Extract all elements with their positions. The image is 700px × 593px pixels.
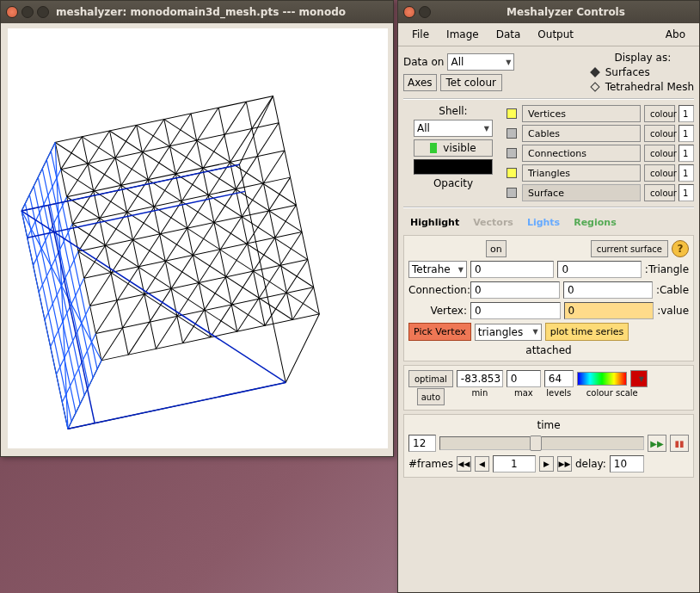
time-input[interactable]: 12	[408, 435, 436, 452]
swatch-icon	[507, 188, 517, 198]
pause-icon[interactable]: ▮▮	[670, 435, 689, 452]
triangle-label: :Triangle	[645, 263, 689, 275]
svg-line-24	[78, 228, 211, 361]
triangles-value-input[interactable]: 1	[679, 164, 694, 182]
svg-line-54	[44, 306, 102, 374]
menu-about[interactable]: Abo	[657, 26, 694, 43]
triangles-toggle[interactable]: Triangles	[522, 164, 641, 182]
frames-first-icon[interactable]: ◀◀	[457, 456, 471, 472]
diamond-icon	[590, 82, 599, 91]
display-surfaces[interactable]: Surfaces	[592, 66, 650, 78]
cables-toggle[interactable]: Cables	[522, 125, 641, 142]
menu-file[interactable]: File	[403, 26, 438, 43]
value-label: :value	[657, 305, 689, 317]
cable-input[interactable]: 0	[563, 281, 653, 299]
highlight-on-toggle[interactable]: on	[486, 240, 507, 257]
axes-toggle[interactable]: Axes	[403, 74, 437, 91]
pick-vertex-button[interactable]: Pick Vertex	[408, 323, 471, 341]
attached-select[interactable]: triangles	[475, 324, 542, 341]
tab-highlight[interactable]: Highlight	[403, 213, 466, 232]
svg-line-55	[50, 334, 108, 403]
connections-colour-button[interactable]: colour	[644, 145, 675, 162]
attached-label: attached	[525, 344, 571, 356]
data-on-select[interactable]: All	[447, 53, 514, 71]
colour-scale-select[interactable]	[630, 370, 648, 387]
svg-line-17	[82, 96, 313, 328]
close-icon[interactable]	[6, 6, 18, 18]
connections-toggle[interactable]: Connections	[522, 145, 641, 162]
svg-line-20	[164, 96, 297, 229]
surface-value-input[interactable]: 1	[679, 184, 694, 201]
maximize-icon[interactable]	[37, 6, 49, 18]
svg-line-31	[55, 102, 286, 333]
svg-line-51	[27, 224, 85, 293]
levels-label: levels	[546, 388, 571, 398]
max-input[interactable]: 0	[507, 370, 541, 387]
triangle-input[interactable]: 0	[557, 261, 641, 278]
svg-line-16	[55, 96, 319, 361]
surface-colour-button[interactable]: colour	[644, 184, 675, 201]
tab-vectors[interactable]: Vectors	[466, 213, 520, 232]
delay-label: delay:	[575, 458, 606, 470]
delay-input[interactable]: 10	[610, 455, 644, 473]
surface-toggle[interactable]: Surface	[522, 184, 641, 201]
plot-time-series-button[interactable]: plot time series	[545, 323, 629, 341]
value-input[interactable]: 0	[564, 302, 654, 319]
tetrahedron-select[interactable]: Tetrahe	[408, 261, 467, 278]
cables-value-input[interactable]: 1	[679, 125, 694, 142]
colourbar-icon	[577, 372, 627, 386]
swatch-icon	[507, 108, 517, 119]
close-icon[interactable]	[403, 6, 415, 18]
svg-line-50	[21, 197, 79, 266]
vertices-colour-button[interactable]: colour	[644, 105, 675, 122]
visible-button[interactable]: visible	[414, 139, 493, 157]
svg-line-35	[187, 205, 320, 337]
triangles-colour-button[interactable]: colour	[644, 164, 675, 182]
optimal-button[interactable]: optimal	[408, 370, 453, 387]
frames-prev-icon[interactable]: ◀	[475, 456, 489, 472]
help-icon[interactable]: ?	[672, 240, 689, 257]
tet-colour-button[interactable]: Tet colour	[440, 74, 502, 91]
swatch-icon	[507, 148, 517, 158]
menu-image[interactable]: Image	[438, 26, 488, 43]
minimize-icon[interactable]	[21, 6, 34, 18]
frames-next-icon[interactable]: ▶	[539, 456, 554, 472]
cable-label: :Cable	[656, 284, 689, 296]
tab-lights[interactable]: Lights	[520, 213, 567, 232]
min-input[interactable]: -83.853	[457, 370, 503, 387]
current-surface-button[interactable]: current surface	[591, 240, 668, 257]
vertex-label: Vertex:	[408, 305, 467, 317]
menu-data[interactable]: Data	[488, 26, 530, 43]
opacity-slider[interactable]	[414, 159, 493, 175]
svg-line-41	[21, 211, 68, 429]
vertices-value-input[interactable]: 1	[679, 105, 694, 122]
tet-input[interactable]: 0	[470, 261, 554, 278]
svg-line-32	[88, 123, 319, 355]
play-icon[interactable]: ▶▶	[648, 435, 666, 452]
time-label: time	[537, 419, 560, 431]
minimize-icon[interactable]	[419, 6, 431, 18]
vertices-toggle[interactable]: Vertices	[522, 105, 641, 122]
opacity-label: Opacity	[433, 177, 473, 189]
swatch-icon	[507, 128, 517, 139]
frames-label: #frames	[408, 458, 453, 470]
min-label: min	[471, 388, 488, 398]
display-tetmesh[interactable]: Tetrahedral Mesh	[592, 81, 694, 93]
tab-regions[interactable]: Regions	[567, 213, 623, 232]
levels-input[interactable]: 64	[544, 370, 574, 387]
led-icon	[430, 143, 437, 153]
auto-toggle[interactable]: auto	[417, 388, 445, 405]
frames-input[interactable]: 1	[493, 455, 536, 473]
viewport-title: meshalyzer: monodomain3d_mesh.pts --- mo…	[56, 6, 346, 18]
mesh-render[interactable]	[8, 28, 388, 448]
frames-last-icon[interactable]: ▶▶	[557, 456, 572, 472]
vertex-input[interactable]: 0	[470, 302, 561, 319]
connections-value-input[interactable]: 1	[679, 145, 694, 162]
controls-title: Meshalyzer Controls	[438, 6, 694, 18]
time-slider[interactable]	[439, 436, 644, 450]
shell-select[interactable]: All	[414, 120, 493, 137]
svg-line-59	[68, 382, 286, 429]
cables-colour-button[interactable]: colour	[644, 125, 675, 142]
menu-output[interactable]: Output	[529, 26, 582, 43]
connection-input[interactable]: 0	[470, 281, 560, 299]
